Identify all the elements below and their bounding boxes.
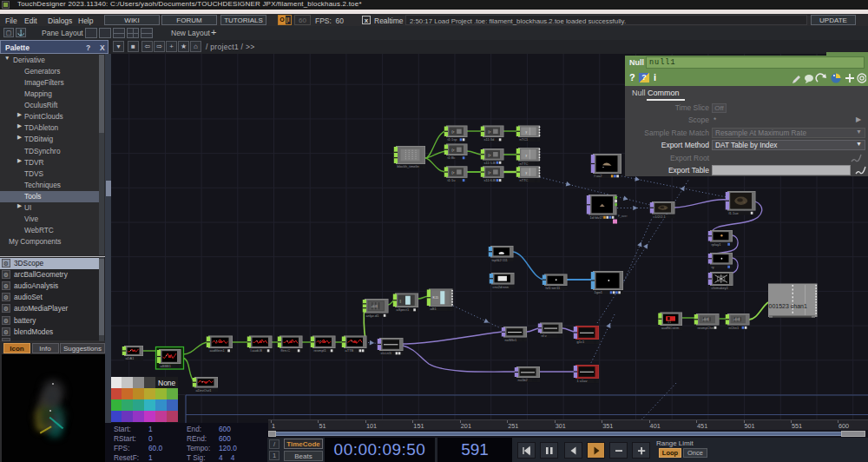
- svg-text:s11:3d: s11:3d: [484, 137, 495, 142]
- svg-text:g1c1: g1c1: [577, 340, 585, 344]
- svg-text:1 1: 1 1: [667, 320, 671, 324]
- svg-text:aSpect1: aSpect1: [397, 307, 410, 312]
- svg-text:1 u1av: 1 u1av: [577, 379, 588, 383]
- svg-text:chrmakey1: chrmakey1: [712, 286, 729, 290]
- svg-text:nTTC: nTTC: [520, 162, 529, 166]
- svg-text:+0.01: +0.01: [702, 318, 709, 321]
- svg-text:nu1b2: nu1b2: [518, 378, 529, 382]
- svg-text:ry: ry: [712, 265, 714, 269]
- svg-text:( r: ( r: [488, 154, 490, 157]
- svg-text:s11:5.B: s11:5.B: [484, 161, 496, 165]
- svg-text:R.15: R.15: [433, 296, 439, 300]
- svg-text:rplay1: rplay1: [712, 242, 722, 247]
- svg-text:( r: ( r: [451, 148, 454, 152]
- svg-text:( r: ( r: [451, 171, 454, 175]
- svg-text:1d fdv1T: 1d fdv1T: [590, 215, 604, 220]
- svg-text:l.audi.B: l.audi.B: [251, 348, 263, 353]
- svg-text:noSfltr1: noSfltr1: [505, 338, 518, 342]
- svg-text:anlyz.d1: anlyz.d1: [366, 314, 380, 318]
- svg-text:( r: ( r: [488, 171, 490, 175]
- svg-text:+0.01: +0.01: [733, 318, 740, 321]
- svg-text:F_over: F_over: [618, 214, 628, 218]
- svg-text:t1:1u: t1:1u: [448, 178, 456, 182]
- svg-text:t1:1sp: t1:1sp: [448, 137, 458, 142]
- svg-text:tspl&2:111: tspl&2:111: [492, 258, 509, 262]
- svg-text:audNCstrm: audNCstrm: [661, 326, 680, 330]
- svg-text:nChn1: nChn1: [729, 326, 740, 330]
- svg-text:aDA1: aDA1: [126, 356, 135, 360]
- svg-text:None: None: [158, 379, 176, 387]
- svg-text:cnv2d:nnn: cnv2d:nnn: [493, 285, 509, 289]
- svg-text:1gw1: 1gw1: [595, 290, 603, 294]
- svg-text:aBBB1: aBBB1: [161, 364, 172, 368]
- svg-text:f1.1ue: f1.1ue: [729, 211, 740, 215]
- svg-text:lvl1:ser11: lvl1:ser11: [546, 286, 562, 290]
- svg-text:( r: ( r: [451, 130, 454, 134]
- svg-text:resmpChnl: resmpChnl: [698, 326, 714, 330]
- svg-text:aB1: aB1: [431, 307, 437, 311]
- svg-text:s11:6.B: s11:6.B: [484, 178, 496, 182]
- svg-text:sf.v: sf.v: [542, 333, 547, 338]
- svg-text:t1:Bc: t1:Bc: [448, 155, 456, 160]
- svg-text:( r: ( r: [488, 130, 490, 134]
- svg-text:aDevOut1: aDevOut1: [196, 388, 213, 393]
- svg-text:+0.01: +0.01: [371, 305, 378, 308]
- svg-text:resmpl1: resmpl1: [314, 348, 327, 353]
- svg-text:nTC1: nTC1: [520, 137, 529, 142]
- svg-text:f ua2: f ua2: [595, 174, 603, 178]
- svg-text:slct.nG: slct.nG: [381, 351, 391, 355]
- svg-text:001523 chan1: 001523 chan1: [769, 303, 807, 309]
- svg-text:fltrn.C: fltrn.C: [281, 348, 291, 353]
- svg-text:audfilein1: audfilein1: [210, 348, 226, 353]
- svg-text:blockh_timelin: blockh_timelin: [398, 164, 419, 168]
- svg-text:aTTB: aTTB: [345, 348, 354, 353]
- svg-text:c1/2/2.1: c1/2/2.1: [654, 214, 667, 219]
- svg-text:nTTC: nTTC: [520, 178, 529, 182]
